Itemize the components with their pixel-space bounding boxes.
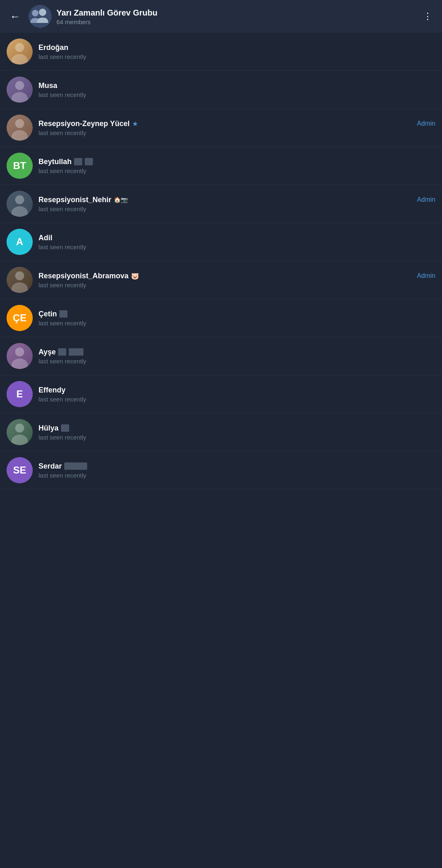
member-info: Çetin last seen recently [38,310,435,327]
avatar [7,191,33,217]
member-status: last seen recently [38,358,435,365]
member-status: last seen recently [38,243,435,250]
member-name: Resepsiyonist_Nehir [38,196,111,204]
member-status: last seen recently [38,434,435,441]
member-name: Hülya [38,424,59,433]
member-name-row: Hülya [38,424,435,433]
members-count: 64 members [56,18,415,25]
member-status: last seen recently [38,282,435,289]
admin-badge: Admin [417,196,435,203]
avatar: ÇE [7,305,33,331]
list-item[interactable]: Ayşe last seen recently [0,337,442,375]
member-name-row: Effendy [38,386,435,395]
member-info: Resepsiyonist_Abramova 🐷 Admin last seen… [38,272,435,289]
svg-point-5 [15,43,24,52]
member-status: last seen recently [38,53,435,60]
svg-point-2 [39,9,46,16]
member-status: last seen recently [38,167,435,174]
member-name: Beytullah [38,158,72,166]
avatar: E [7,381,33,407]
avatar: A [7,229,33,255]
header-info: Yarı Zamanlı Görev Grubu 64 members [56,8,415,25]
group-title: Yarı Zamanlı Görev Grubu [56,8,415,18]
member-name-row: Adil [38,234,435,242]
avatar [7,419,33,445]
member-name: Resepsiyon-Zeynep Yücel [38,119,130,128]
emoji-icon: 🐷 [131,272,139,280]
list-item[interactable]: Erdoğan last seen recently [0,33,442,71]
member-info: Hülya last seen recently [38,424,435,441]
list-item[interactable]: SE Serdar last seen recently [0,451,442,489]
svg-point-0 [29,5,52,28]
avatar [7,38,33,65]
member-name-row: Serdar [38,462,435,471]
member-status: last seen recently [38,129,435,136]
member-info: Adil last seen recently [38,234,435,250]
member-info: Effendy last seen recently [38,386,435,403]
svg-point-1 [32,10,38,16]
star-icon: ★ [132,120,138,128]
member-name-row: Resepsiyonist_Abramova 🐷 Admin [38,272,435,280]
svg-point-29 [15,424,24,433]
member-name: Serdar [38,462,62,471]
list-item[interactable]: ÇE Çetin last seen recently [0,299,442,337]
member-name-row: Musa [38,81,435,90]
avatar: BT [7,153,33,179]
member-name-row: Resepsiyon-Zeynep Yücel ★ Admin [38,119,435,128]
member-status: last seen recently [38,472,435,479]
avatar: SE [7,457,33,483]
svg-point-17 [15,195,24,204]
member-info: Resepsiyonist_Nehir 🏠📷 Admin last seen r… [38,196,435,212]
member-name-row: Erdoğan [38,43,435,52]
group-avatar [29,5,52,28]
svg-point-25 [15,347,24,356]
premium-icon: 🏠📷 [114,196,128,203]
member-name-row: Ayşe [38,348,435,356]
member-status: last seen recently [38,91,435,98]
member-name: Ayşe [38,348,56,356]
member-status: last seen recently [38,320,435,327]
member-info: Musa last seen recently [38,81,435,98]
list-item[interactable]: Musa last seen recently [0,71,442,109]
list-item[interactable]: Resepsiyonist_Abramova 🐷 Admin last seen… [0,261,442,299]
list-item[interactable]: Resepsiyonist_Nehir 🏠📷 Admin last seen r… [0,185,442,223]
member-info: Resepsiyon-Zeynep Yücel ★ Admin last see… [38,119,435,136]
member-name: Adil [38,234,52,242]
member-info: Beytullah last seen recently [38,158,435,174]
header: ← Yarı Zamanlı Görev Grubu 64 members ⋮ [0,0,442,33]
member-name: Musa [38,81,57,90]
avatar [7,267,33,293]
avatar [7,77,33,103]
list-item[interactable]: A Adil last seen recently [0,223,442,261]
back-button[interactable]: ← [7,9,24,25]
admin-badge: Admin [417,120,435,127]
avatar [7,343,33,369]
member-info: Serdar last seen recently [38,462,435,479]
admin-badge: Admin [417,272,435,280]
svg-point-13 [15,119,24,128]
svg-point-21 [15,271,24,280]
list-item[interactable]: Hülya last seen recently [0,413,442,451]
member-info: Erdoğan last seen recently [38,43,435,60]
member-name: Resepsiyonist_Abramova [38,272,129,280]
list-item[interactable]: BT Beytullah last seen recently [0,147,442,185]
member-name: Çetin [38,310,57,318]
list-item[interactable]: Resepsiyon-Zeynep Yücel ★ Admin last see… [0,109,442,147]
avatar [7,115,33,141]
more-menu-button[interactable]: ⋮ [420,9,435,23]
member-status: last seen recently [38,396,435,403]
member-name: Effendy [38,386,65,395]
svg-point-9 [15,81,24,90]
member-name-row: Resepsiyonist_Nehir 🏠📷 Admin [38,196,435,204]
member-name-row: Çetin [38,310,435,318]
member-info: Ayşe last seen recently [38,348,435,365]
member-name: Erdoğan [38,43,68,52]
member-list: Erdoğan last seen recently [0,33,442,489]
member-status: last seen recently [38,205,435,212]
member-name-row: Beytullah [38,158,435,166]
list-item[interactable]: E Effendy last seen recently [0,375,442,413]
